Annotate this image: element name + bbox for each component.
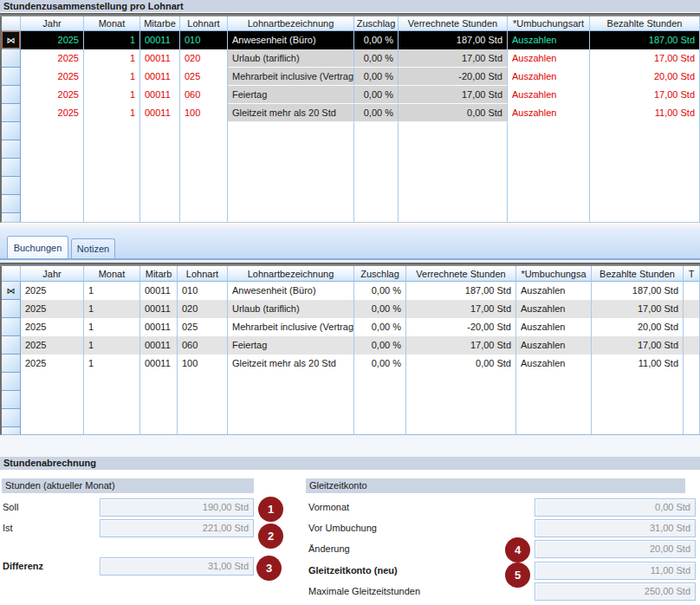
- column-header-mitarbe[interactable]: Mitarbe: [140, 16, 180, 31]
- row-selector[interactable]: [2, 140, 21, 159]
- row-selector[interactable]: ⋈: [2, 282, 21, 300]
- cell[interactable]: Anwesenheit (Büro): [228, 31, 354, 49]
- cell[interactable]: 0,00 %: [354, 300, 406, 318]
- row-selector[interactable]: [2, 86, 21, 104]
- cell[interactable]: [684, 300, 700, 318]
- cell[interactable]: 1: [84, 336, 140, 355]
- cell[interactable]: Urlaub (tariflich): [228, 49, 354, 68]
- cell[interactable]: 2025: [21, 282, 84, 300]
- cell[interactable]: Auszahlen: [508, 31, 590, 49]
- cell[interactable]: 11,00 Std: [592, 355, 684, 373]
- row-selector[interactable]: ⋈: [2, 31, 21, 49]
- cell[interactable]: 0,00 %: [354, 49, 399, 68]
- cell[interactable]: 17,00 Std: [399, 86, 508, 104]
- cell[interactable]: 20,00 Std: [590, 68, 700, 86]
- cell[interactable]: 17,00 Std: [590, 49, 700, 68]
- cell[interactable]: 00011: [140, 68, 180, 86]
- row-selector[interactable]: [2, 355, 21, 373]
- cell[interactable]: 020: [180, 49, 228, 68]
- cell[interactable]: Auszahlen: [516, 336, 592, 355]
- row-selector[interactable]: [2, 318, 21, 336]
- column-header-monat[interactable]: Monat: [84, 266, 140, 282]
- vor-umbuchung-field[interactable]: 31,00 Std: [535, 519, 696, 537]
- cell[interactable]: 2025: [21, 86, 84, 104]
- cell[interactable]: 2025: [21, 68, 84, 86]
- row-selector[interactable]: [2, 409, 21, 427]
- cell[interactable]: Auszahlen: [508, 86, 590, 104]
- cell[interactable]: [684, 336, 700, 355]
- anderung-field[interactable]: 20,00 Std: [535, 540, 696, 558]
- cell[interactable]: Urlaub (tariflich): [228, 300, 354, 318]
- cell[interactable]: 187,00 Std: [406, 282, 516, 300]
- row-selector[interactable]: [2, 427, 21, 435]
- cell[interactable]: 1: [84, 355, 140, 373]
- cell[interactable]: Gleitzeit mehr als 20 Std: [228, 355, 354, 373]
- cell[interactable]: 1: [84, 318, 140, 336]
- cell[interactable]: -20,00 Std: [399, 68, 508, 86]
- cell[interactable]: Auszahlen: [508, 49, 590, 68]
- select-all-corner[interactable]: [2, 266, 21, 282]
- cell[interactable]: Auszahlen: [516, 318, 592, 336]
- cell[interactable]: 025: [178, 318, 228, 336]
- cell[interactable]: 025: [180, 68, 228, 86]
- column-header-mitarb[interactable]: Mitarb: [140, 266, 178, 282]
- row-selector[interactable]: [2, 213, 21, 223]
- column-header-verrechnete-stunden[interactable]: Verrechnete Stunden: [399, 16, 508, 31]
- cell[interactable]: Auszahlen: [516, 282, 592, 300]
- cell[interactable]: 010: [178, 282, 228, 300]
- cell[interactable]: 17,00 Std: [406, 300, 516, 318]
- soll-field[interactable]: 190,00 Std: [100, 498, 254, 517]
- pane-splitter[interactable]: [0, 223, 700, 229]
- cell[interactable]: Auszahlen: [508, 68, 590, 86]
- column-header-bezahlte-stunden[interactable]: Bezahlte Stunden: [590, 16, 700, 31]
- row-selector[interactable]: [2, 391, 21, 409]
- cell[interactable]: 1: [84, 86, 140, 104]
- cell[interactable]: -20,00 Std: [406, 318, 516, 336]
- cell[interactable]: 1: [84, 68, 140, 86]
- row-selector[interactable]: [2, 195, 21, 213]
- cell[interactable]: 0,00 Std: [406, 355, 516, 373]
- cell[interactable]: 100: [178, 355, 228, 373]
- cell[interactable]: 00011: [140, 104, 180, 122]
- cell[interactable]: 17,00 Std: [592, 300, 684, 318]
- cell[interactable]: 2025: [21, 300, 84, 318]
- row-selector[interactable]: [2, 300, 21, 318]
- cell[interactable]: Mehrarbeit inclusive (Vertrag): [228, 68, 354, 86]
- row-selector[interactable]: [2, 336, 21, 355]
- cell[interactable]: 2025: [21, 49, 84, 68]
- row-selector[interactable]: [2, 104, 21, 122]
- maximale-gleitzeitstunden-field[interactable]: 250,00 Std: [535, 582, 696, 601]
- cell[interactable]: 0,00 Std: [399, 104, 508, 122]
- column-header-zuschlag[interactable]: Zuschlag: [354, 16, 399, 31]
- cell[interactable]: 20,00 Std: [592, 318, 684, 336]
- differenz-field[interactable]: 31,00 Std: [100, 557, 254, 576]
- cell[interactable]: 1: [84, 49, 140, 68]
- cell[interactable]: 0,00 %: [354, 68, 399, 86]
- column-header-lohnartbezeichnung[interactable]: Lohnartbezeichnung: [228, 16, 354, 31]
- cell[interactable]: 1: [84, 282, 140, 300]
- ist-field[interactable]: 221,00 Std: [100, 519, 254, 537]
- row-selector[interactable]: [2, 49, 21, 68]
- tab-notizen[interactable]: Notizen: [71, 238, 115, 258]
- cell[interactable]: 17,00 Std: [592, 336, 684, 355]
- cell[interactable]: 2025: [21, 104, 84, 122]
- cell[interactable]: 1: [84, 31, 140, 49]
- column-header-lohnart[interactable]: Lohnart: [180, 16, 228, 31]
- row-selector[interactable]: [2, 177, 21, 195]
- cell[interactable]: 00011: [140, 86, 180, 104]
- cell[interactable]: 060: [180, 86, 228, 104]
- cell[interactable]: 00011: [140, 49, 180, 68]
- column-header-verrechnete-stunden[interactable]: Verrechnete Stunden: [406, 266, 516, 282]
- cell[interactable]: 100: [180, 104, 228, 122]
- column-header-zuschlag[interactable]: Zuschlag: [354, 266, 406, 282]
- cell[interactable]: Anwesenheit (Büro): [228, 282, 354, 300]
- column-header-monat[interactable]: Monat: [84, 16, 140, 31]
- cell[interactable]: Auszahlen: [516, 300, 592, 318]
- cell[interactable]: 00011: [140, 318, 178, 336]
- cell[interactable]: 00011: [140, 300, 178, 318]
- cell[interactable]: 0,00 %: [354, 355, 406, 373]
- cell[interactable]: 00011: [140, 355, 178, 373]
- vormonat-field[interactable]: 0,00 Std: [535, 498, 696, 517]
- cell[interactable]: 2025: [21, 336, 84, 355]
- tab-buchungen[interactable]: Buchungen: [7, 236, 68, 258]
